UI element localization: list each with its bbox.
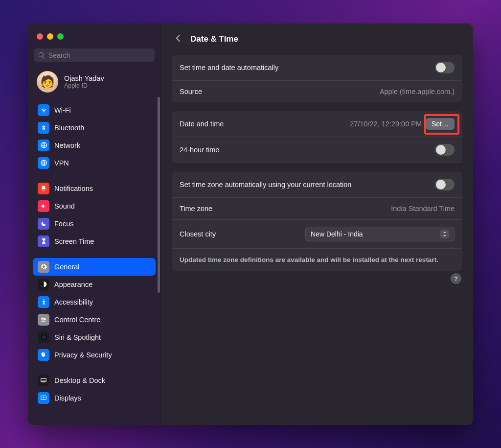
search-placeholder: Search bbox=[48, 51, 70, 59]
closest-city-label: Closest city bbox=[180, 230, 216, 238]
minimize-window-button[interactable] bbox=[47, 33, 53, 40]
auto-time-row: Set time and date automatically bbox=[172, 55, 462, 81]
sidebar-nav: Wi-FiBluetoothNetworkVPNNotificationsSou… bbox=[28, 99, 160, 425]
search-input[interactable]: Search bbox=[34, 48, 155, 62]
speaker-icon bbox=[38, 200, 49, 212]
sidebar-item-control-centre[interactable]: Control Centre bbox=[33, 311, 156, 329]
display-icon bbox=[38, 392, 49, 404]
svg-point-6 bbox=[43, 320, 44, 321]
tz-update-note: Updated time zone definitions are availa… bbox=[172, 249, 462, 272]
sidebar: Search 🧑 Ojash Yadav Apple ID Wi-FiBluet… bbox=[28, 24, 161, 425]
hand-icon bbox=[38, 349, 49, 361]
close-window-button[interactable] bbox=[37, 33, 43, 40]
sidebar-item-label: Privacy & Security bbox=[54, 351, 112, 359]
date-time-row: Date and time 27/10/22, 12:29:00 PM Set… bbox=[172, 111, 462, 137]
tz-value: India Standard Time bbox=[391, 205, 455, 212]
date-time-value: 27/10/22, 12:29:00 PM bbox=[350, 120, 422, 128]
globe-icon bbox=[38, 157, 49, 169]
search-icon bbox=[38, 51, 46, 59]
auto-tz-row: Set time zone automatically using your c… bbox=[172, 172, 462, 198]
set-button[interactable]: Set… bbox=[426, 118, 455, 130]
siri-icon bbox=[38, 331, 49, 343]
closest-city-select[interactable]: New Delhi - India bbox=[305, 227, 455, 241]
sidebar-item-displays[interactable]: Displays bbox=[33, 389, 156, 407]
sidebar-item-sound[interactable]: Sound bbox=[33, 197, 156, 215]
svg-rect-10 bbox=[41, 378, 46, 381]
sidebar-item-general[interactable]: General bbox=[33, 258, 156, 276]
date-time-label: Date and time bbox=[180, 120, 224, 128]
traffic-lights bbox=[28, 28, 160, 48]
sidebar-item-bluetooth[interactable]: Bluetooth bbox=[33, 119, 156, 137]
sidebar-item-apple-id[interactable]: 🧑 Ojash Yadav Apple ID bbox=[28, 68, 160, 99]
chevron-updown-icon bbox=[440, 230, 449, 238]
user-name: Ojash Yadav bbox=[64, 74, 104, 82]
wifi-icon bbox=[38, 104, 49, 116]
sidebar-item-label: Siri & Spotlight bbox=[54, 333, 101, 341]
svg-point-4 bbox=[42, 317, 43, 318]
sidebar-item-appearance[interactable]: Appearance bbox=[33, 276, 156, 293]
sidebar-item-focus[interactable]: Focus bbox=[33, 215, 156, 233]
hour24-row: 24-hour time bbox=[172, 137, 462, 163]
page-title: Date & Time bbox=[190, 34, 238, 44]
bell-icon bbox=[38, 183, 49, 194]
auto-time-label: Set time and date automatically bbox=[180, 64, 278, 71]
sidebar-item-label: Sound bbox=[54, 202, 75, 210]
gear-icon bbox=[38, 261, 49, 273]
hourglass-icon bbox=[38, 236, 49, 247]
auto-tz-toggle[interactable] bbox=[435, 179, 455, 190]
chevron-left-icon bbox=[174, 33, 183, 43]
avatar: 🧑 bbox=[37, 71, 58, 93]
moon-icon bbox=[38, 218, 49, 230]
sidebar-item-label: Desktop & Dock bbox=[54, 377, 105, 384]
sidebar-item-label: Notifications bbox=[54, 185, 93, 192]
closest-city-row: Closest city New Delhi - India bbox=[172, 220, 462, 249]
globe-icon bbox=[38, 140, 49, 151]
settings-window: Search 🧑 Ojash Yadav Apple ID Wi-FiBluet… bbox=[28, 24, 473, 425]
svg-rect-11 bbox=[42, 380, 46, 381]
timezone-panel: Set time zone automatically using your c… bbox=[172, 172, 462, 272]
sidebar-item-wi-fi[interactable]: Wi-Fi bbox=[33, 101, 156, 119]
sidebar-item-label: Screen Time bbox=[54, 237, 94, 245]
sidebar-item-label: VPN bbox=[54, 159, 69, 167]
sidebar-item-accessibility[interactable]: Accessibility bbox=[33, 293, 156, 311]
help-button[interactable]: ? bbox=[451, 273, 461, 284]
sidebar-item-label: Displays bbox=[54, 394, 81, 402]
source-value: Apple (time.apple.com.) bbox=[380, 88, 455, 95]
tz-label: Time zone bbox=[180, 205, 212, 212]
maximize-window-button[interactable] bbox=[57, 33, 64, 40]
svg-point-13 bbox=[43, 397, 45, 399]
access-icon bbox=[38, 296, 49, 308]
auto-time-toggle[interactable] bbox=[435, 62, 455, 73]
svg-point-5 bbox=[44, 319, 45, 320]
auto-tz-label: Set time zone automatically using your c… bbox=[180, 181, 351, 189]
svg-point-7 bbox=[41, 334, 46, 340]
dock-icon bbox=[38, 375, 49, 386]
sidebar-item-screen-time[interactable]: Screen Time bbox=[33, 233, 156, 250]
sidebar-item-label: Control Centre bbox=[54, 316, 100, 324]
content-pane: Date & Time Set time and date automatica… bbox=[161, 24, 473, 425]
sidebar-item-vpn[interactable]: VPN bbox=[33, 154, 156, 172]
sliders-icon bbox=[38, 314, 49, 326]
sidebar-item-label: Focus bbox=[54, 220, 74, 228]
sidebar-item-notifications[interactable]: Notifications bbox=[33, 180, 156, 197]
closest-city-value: New Delhi - India bbox=[311, 230, 363, 238]
back-button[interactable] bbox=[174, 33, 183, 45]
sidebar-scrollbar[interactable] bbox=[158, 97, 160, 293]
auto-time-panel: Set time and date automatically Source A… bbox=[172, 55, 462, 102]
sidebar-item-network[interactable]: Network bbox=[33, 137, 156, 154]
hour24-toggle[interactable] bbox=[435, 144, 455, 156]
tz-row: Time zone India Standard Time bbox=[172, 198, 462, 220]
sidebar-item-label: General bbox=[54, 263, 80, 271]
sidebar-item-siri-spotlight[interactable]: Siri & Spotlight bbox=[33, 329, 156, 346]
hour24-label: 24-hour time bbox=[180, 146, 219, 154]
date-time-panel: Date and time 27/10/22, 12:29:00 PM Set…… bbox=[172, 111, 462, 163]
bluetooth-icon bbox=[38, 122, 49, 134]
sidebar-item-privacy-security[interactable]: Privacy & Security bbox=[33, 346, 156, 364]
source-label: Source bbox=[180, 88, 202, 95]
svg-point-3 bbox=[43, 299, 45, 301]
user-subtitle: Apple ID bbox=[64, 82, 104, 89]
sidebar-item-label: Wi-Fi bbox=[54, 106, 71, 114]
source-row: Source Apple (time.apple.com.) bbox=[172, 81, 462, 102]
sidebar-item-label: Network bbox=[54, 141, 80, 149]
sidebar-item-desktop-dock[interactable]: Desktop & Dock bbox=[33, 372, 156, 389]
